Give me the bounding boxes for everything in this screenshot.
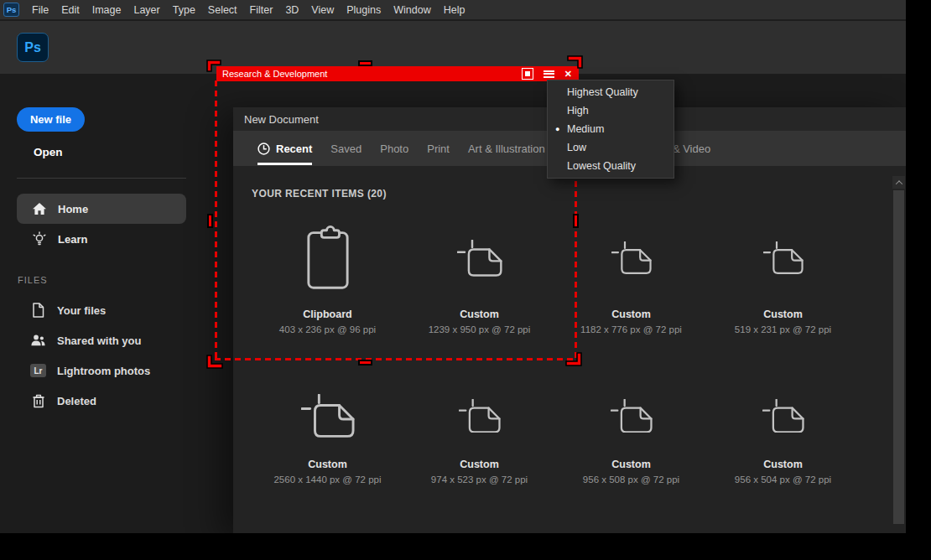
recent-item-custom[interactable]: Custom 1182 x 776 px @ 72 ppi	[555, 218, 707, 334]
recent-grid-row-1: Clipboard 403 x 236 px @ 96 ppi	[252, 218, 906, 334]
record-frame-button[interactable]	[522, 68, 533, 80]
menu-layer[interactable]: Layer	[133, 4, 159, 16]
custom-doc-icon	[763, 218, 804, 298]
sidebar-item-shared[interactable]: Shared with you	[17, 325, 193, 355]
recent-item-custom[interactable]: Custom 2560 x 1440 px @ 72 ppi	[252, 383, 403, 485]
custom-doc-icon	[611, 383, 653, 449]
menu-help[interactable]: Help	[444, 4, 466, 16]
resize-handle-top-left[interactable]	[206, 60, 221, 72]
sidebar-item-deleted[interactable]: Deleted	[17, 386, 193, 416]
lightbulb-icon	[31, 231, 47, 246]
menu-item-medium[interactable]: ● Medium	[548, 120, 674, 138]
quality-menu: Highest Quality High ● Medium Low Lowest…	[547, 80, 674, 179]
capture-region-left-edge	[215, 80, 217, 360]
sidebar-item-label: Home	[58, 203, 88, 215]
open-button[interactable]: Open	[34, 146, 63, 158]
resize-handle-bottom-center[interactable]	[358, 360, 372, 366]
resize-handle-left-center[interactable]	[207, 214, 213, 228]
trash-icon	[30, 393, 46, 408]
section-header: YOUR RECENT ITEMS (20)	[252, 188, 906, 200]
menu-file[interactable]: File	[32, 4, 49, 16]
resize-handle-top-right[interactable]	[567, 55, 583, 69]
menu-type[interactable]: Type	[173, 4, 195, 16]
custom-doc-icon	[762, 383, 804, 449]
custom-doc-icon	[459, 383, 501, 449]
clock-icon	[257, 143, 270, 155]
tab-saved[interactable]: Saved	[330, 143, 361, 155]
sidebar-item-learn[interactable]: Learn	[17, 224, 186, 254]
people-icon	[30, 334, 46, 347]
selected-bullet-icon: ●	[555, 125, 559, 133]
menu-item-low[interactable]: Low	[548, 138, 674, 157]
recent-items-panel: YOUR RECENT ITEMS (20) Clipboard 403 x 2…	[233, 166, 906, 485]
sidebar-item-label: Deleted	[57, 395, 96, 407]
sidebar-item-label: Shared with you	[57, 334, 141, 347]
scrollbar-thumb[interactable]	[893, 190, 904, 524]
capture-title: Research & Development	[222, 69, 327, 79]
ps-app-icon: Ps	[3, 3, 19, 17]
sidebar-divider	[17, 178, 186, 179]
custom-doc-icon	[457, 218, 502, 298]
home-icon	[31, 202, 47, 215]
recent-item-custom[interactable]: Custom 519 x 231 px @ 72 ppi	[707, 218, 859, 334]
capture-titlebar[interactable]: Research & Development ✕	[216, 66, 579, 81]
tab-print[interactable]: Print	[427, 143, 450, 155]
sidebar-item-lightroom[interactable]: Lr Lightroom photos	[17, 355, 193, 386]
frame-icon	[525, 71, 530, 76]
menu-edit[interactable]: Edit	[61, 4, 80, 16]
document-icon	[30, 303, 46, 318]
desktop: Ps File Edit Image Layer Type Select Fil…	[0, 0, 931, 560]
recent-item-custom[interactable]: Custom 974 x 523 px @ 72 ppi	[403, 383, 555, 485]
scroll-up-button[interactable]	[892, 176, 905, 189]
files-section-header: FILES	[18, 275, 48, 285]
sidebar-item-home[interactable]: Home	[17, 194, 186, 224]
menu-item-highest-quality[interactable]: Highest Quality	[548, 83, 674, 101]
capture-region-bottom-edge	[215, 358, 577, 360]
chevron-up-icon	[895, 180, 902, 187]
sidebar-item-label: Learn	[58, 233, 87, 246]
recent-item-custom[interactable]: Custom 1239 x 950 px @ 72 ppi	[403, 218, 555, 334]
sidebar-item-your-files[interactable]: Your files	[17, 295, 193, 325]
custom-doc-icon	[611, 218, 652, 298]
dialog-scrollbar	[892, 176, 905, 531]
home-screen: New file Open Home Learn FILES	[0, 74, 906, 533]
menu-select[interactable]: Select	[208, 4, 237, 16]
resize-handle-bottom-right[interactable]	[565, 352, 582, 366]
recent-item-custom[interactable]: Custom 956 x 508 px @ 72 ppi	[555, 383, 707, 485]
lightroom-icon: Lr	[30, 364, 46, 377]
menubar: Ps File Edit Image Layer Type Select Fil…	[0, 0, 906, 20]
sidebar-item-label: Lightroom photos	[57, 365, 150, 377]
hamburger-menu-button[interactable]	[544, 70, 554, 78]
tab-photo[interactable]: Photo	[380, 143, 408, 155]
menu-image[interactable]: Image	[92, 4, 122, 16]
menu-3d[interactable]: 3D	[285, 4, 299, 16]
menu-plugins[interactable]: Plugins	[346, 4, 381, 16]
custom-doc-icon	[301, 383, 355, 449]
clipboard-doc-icon	[305, 218, 351, 298]
ps-logo: Ps	[17, 33, 49, 62]
resize-handle-right-center[interactable]	[573, 214, 579, 228]
sidebar-item-label: Your files	[57, 304, 106, 317]
menu-filter[interactable]: Filter	[250, 4, 273, 16]
recent-item-custom[interactable]: Custom 956 x 504 px @ 72 ppi	[707, 383, 859, 485]
tab-art-illustration[interactable]: Art & Illustration	[468, 143, 545, 155]
menu-window[interactable]: Window	[393, 4, 430, 16]
close-icon[interactable]: ✕	[564, 70, 572, 79]
menu-item-high[interactable]: High	[548, 101, 674, 120]
new-file-button[interactable]: New file	[17, 107, 85, 132]
recent-grid-row-2: Custom 2560 x 1440 px @ 72 ppi	[252, 383, 906, 485]
resize-handle-bottom-left[interactable]	[206, 355, 223, 369]
menu-item-lowest-quality[interactable]: Lowest Quality	[548, 157, 674, 175]
tab-recent[interactable]: Recent	[257, 143, 312, 155]
menu-view[interactable]: View	[311, 4, 334, 16]
recent-item-clipboard[interactable]: Clipboard 403 x 236 px @ 96 ppi	[252, 218, 403, 334]
resize-handle-top-center[interactable]	[358, 60, 372, 66]
